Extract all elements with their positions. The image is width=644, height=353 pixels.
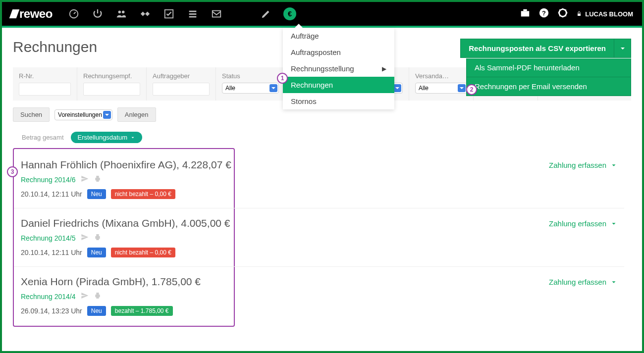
svg-rect-23 (96, 293, 99, 295)
filter-auftraggeber-input[interactable] (153, 83, 210, 96)
menu-item-rechnungen[interactable]: Rechnungen (283, 77, 394, 93)
help-icon[interactable]: ? (538, 7, 549, 20)
print-icon[interactable] (94, 292, 102, 301)
euro-icon[interactable]: € (283, 7, 296, 20)
invoice-title: Xenia Horn (Pirada GmbH), 1.785,00 € (21, 276, 549, 288)
invoice-ref-row: Rechnung 2014/5 (21, 233, 549, 243)
svg-rect-21 (96, 238, 99, 240)
send-icon[interactable] (81, 233, 89, 243)
record-payment-button[interactable]: Zahlung erfassen (549, 276, 617, 286)
svg-point-1 (118, 11, 121, 13)
handshake-icon[interactable] (139, 7, 152, 20)
filter-status-label: Status (222, 72, 279, 80)
svg-text:€: € (288, 10, 292, 18)
nav-icons: € (67, 7, 296, 20)
filter-status-select[interactable]: Alle (222, 83, 279, 94)
filter-versand-select[interactable]: Alle (415, 83, 467, 94)
print-icon[interactable] (94, 233, 102, 243)
invoice-actions: Zahlung erfassen (549, 217, 617, 257)
create-button[interactable]: Anlegen (117, 107, 156, 122)
svg-text:?: ? (542, 9, 546, 17)
chevron-down-icon (610, 279, 617, 286)
user-menu[interactable]: LUCAS BLOOM (576, 10, 633, 18)
menu-item-auftraege[interactable]: Aufträge (283, 28, 394, 44)
menu-item-stornos[interactable]: Stornos (283, 93, 394, 109)
svg-rect-15 (578, 14, 581, 16)
dashboard-icon[interactable] (67, 7, 80, 20)
euro-dropdown-menu: Aufträge Auftragsposten Rechnungsstellun… (283, 28, 394, 109)
presets-select[interactable]: Voreinstellungen (54, 109, 112, 120)
invoice-info: Daniel Friedrichs (Mixana GmbH), 4.005,0… (21, 217, 549, 257)
svg-point-13 (561, 11, 564, 14)
invoice-ref[interactable]: Rechnung 2014/4 (21, 293, 76, 301)
annotation-marker-1: 1 (277, 73, 288, 84)
invoice-meta: 20.10.14, 12:11 Uhr Neu nicht bezahlt – … (21, 189, 549, 199)
filter-auftraggeber-label: Auftraggeber (153, 72, 210, 80)
filter-empf-label: Rechnungsempf. (83, 72, 140, 80)
filter-versand-label: Versanda… (415, 72, 467, 80)
record-payment-button[interactable]: Zahlung erfassen (549, 217, 617, 228)
status-new-badge: Neu (87, 248, 106, 257)
invoice-row[interactable]: Xenia Horn (Pirada GmbH), 1.785,00 € Rec… (14, 267, 624, 325)
power-icon[interactable] (91, 7, 104, 20)
filter-empf: Rechnungsempf. (77, 67, 147, 101)
invoice-info: Hannah Fröhlich (Phoenixfire AG), 4.228,… (21, 159, 549, 199)
svg-rect-10 (524, 9, 527, 11)
invoice-row[interactable]: Daniel Friedrichs (Mixana GmbH), 4.005,0… (14, 208, 624, 267)
invoice-ref[interactable]: Rechnung 2014/6 (21, 176, 76, 184)
print-icon[interactable] (94, 175, 102, 184)
svg-rect-17 (96, 176, 99, 178)
menu-item-auftragsposten[interactable]: Auftragsposten (283, 44, 394, 60)
svg-rect-18 (96, 180, 99, 182)
svg-rect-6 (189, 16, 197, 18)
svg-point-2 (122, 11, 125, 13)
payment-badge: nicht bezahlt – 0,00 € (111, 189, 175, 199)
status-new-badge: Neu (87, 306, 106, 316)
invoice-time: 26.09.14, 13:23 Uhr (21, 307, 82, 315)
invoice-ref[interactable]: Rechnung 2014/5 (21, 234, 76, 242)
svg-rect-20 (96, 234, 99, 236)
invoice-row[interactable]: Hannah Fröhlich (Phoenixfire AG), 4.228,… (14, 150, 624, 208)
briefcase-icon[interactable] (520, 7, 531, 20)
right-icons: ? LUCAS BLOOM (520, 7, 633, 20)
pen-icon[interactable] (260, 7, 272, 20)
filter-rnr-input[interactable] (19, 83, 71, 96)
payment-badge: bezahlt – 1.785,00 € (111, 306, 173, 316)
list-icon[interactable] (186, 7, 199, 20)
brand-logo[interactable]: reweo (11, 7, 53, 21)
search-button[interactable]: Suchen (13, 107, 50, 122)
payment-badge: nicht bezahlt – 0,00 € (111, 248, 175, 257)
send-icon[interactable] (81, 292, 89, 301)
export-csv-button[interactable]: Rechnungsposten als CSV exportieren (460, 39, 614, 58)
check-icon[interactable] (162, 7, 175, 20)
invoice-ref-row: Rechnung 2014/4 (21, 292, 549, 301)
send-icon[interactable] (81, 175, 89, 184)
filter-rnr-label: R-Nr. (19, 72, 71, 80)
chevron-down-icon (130, 135, 135, 140)
filter-auftraggeber: Auftraggeber (147, 67, 216, 101)
mail-icon[interactable] (210, 7, 223, 20)
annotation-marker-2: 2 (466, 84, 477, 95)
invoice-meta: 26.09.14, 13:23 Uhr Neu bezahlt – 1.785,… (21, 306, 549, 316)
actions-row: Suchen Voreinstellungen Anlegen (13, 107, 631, 122)
sort-total-label[interactable]: Betrag gesamt (22, 134, 64, 141)
invoice-time: 20.10.14, 12:11 Uhr (21, 249, 82, 256)
invoice-actions: Zahlung erfassen (549, 276, 617, 316)
sort-date-pill[interactable]: Erstellungsdatum (71, 132, 142, 143)
username-label: LUCAS BLOOM (585, 10, 633, 18)
filter-empf-input[interactable] (83, 83, 140, 96)
export-pdf-item[interactable]: Als Sammel-PDF herunterladen (466, 58, 631, 77)
export-dropdown-toggle[interactable] (614, 39, 631, 58)
people-icon[interactable] (115, 7, 128, 20)
status-new-badge: Neu (87, 189, 106, 199)
export-email-item[interactable]: Rechnungen per Email versenden (466, 77, 631, 96)
menu-item-rechnungsstellung[interactable]: Rechnungsstellung▶ (283, 60, 394, 77)
record-payment-button[interactable]: Zahlung erfassen (549, 159, 617, 169)
gear-icon[interactable] (557, 7, 568, 20)
annotation-marker-3: 3 (7, 166, 18, 177)
lock-icon (576, 11, 582, 17)
sort-row: Betrag gesamt Erstellungsdatum (13, 132, 631, 143)
export-dropdown-menu: Als Sammel-PDF herunterladen Rechnungen … (466, 58, 631, 96)
chevron-down-icon (610, 220, 617, 227)
brand-name: reweo (19, 7, 53, 21)
